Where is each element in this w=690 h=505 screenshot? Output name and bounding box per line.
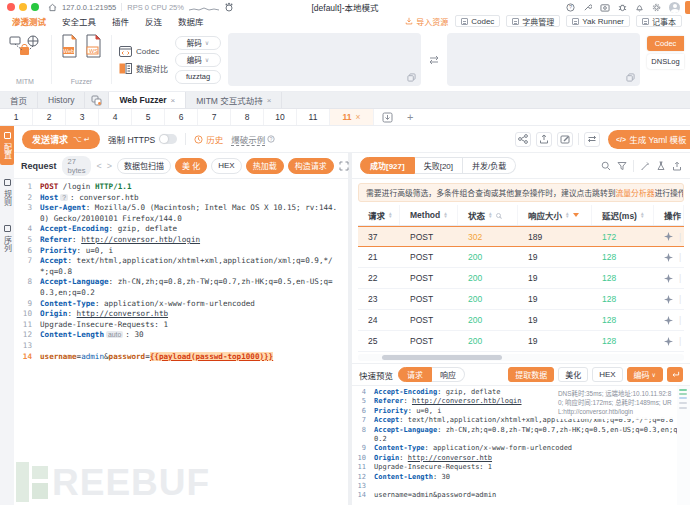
side-tab-规则[interactable]: 规则 <box>0 174 14 211</box>
swap-icon[interactable] <box>428 54 440 66</box>
edit-icon[interactable] <box>557 132 573 147</box>
fuzzer-tab-10[interactable]: 10 <box>264 109 297 125</box>
home-icon[interactable] <box>48 3 57 12</box>
table-row[interactable]: 25POST20019128| <box>358 331 684 352</box>
editor-button-美化[interactable]: 美 化 <box>175 158 207 174</box>
funnel-icon[interactable] <box>573 213 579 217</box>
segment-0[interactable]: 成功[927] <box>360 157 415 174</box>
menubar-button-记事本[interactable]: 记事本 <box>636 15 682 27</box>
tab-web-fuzzer[interactable]: Web Fuzzer× <box>109 92 186 108</box>
copy-icon[interactable] <box>626 73 635 82</box>
fuzzer-tab-1[interactable]: 1 <box>0 109 33 125</box>
maximize-window-button[interactable] <box>31 3 39 11</box>
menu-item-5[interactable]: 数据库 <box>178 15 204 27</box>
table-row[interactable]: 24POST20019128| <box>358 310 684 331</box>
preview-button-编码[interactable]: 编码∨ <box>627 367 663 382</box>
editor-button-热加载[interactable]: 热加载 <box>246 158 284 174</box>
editor-button-数据包扫描[interactable]: 数据包扫描 <box>117 158 171 174</box>
fuzztag-payload[interactable]: {{payload(passwd-top1000)}} <box>150 352 273 361</box>
segment-2[interactable]: 并发/负载 <box>463 157 516 174</box>
preview-tab-响应[interactable]: 响应 <box>432 367 465 382</box>
menu-item-4[interactable]: 反连 <box>145 15 162 27</box>
column-header-4[interactable]: 响应大小▲▼ <box>518 205 592 225</box>
wrench-icon[interactable] <box>583 3 592 12</box>
bell-icon[interactable] <box>635 3 644 12</box>
history-button[interactable]: 历史 <box>194 133 223 145</box>
column-header-2[interactable]: Method▲▼ <box>400 205 458 225</box>
tab-home[interactable]: 首页 <box>0 92 38 108</box>
fullscreen-icon[interactable] <box>339 161 349 171</box>
hscrollbar-thumb[interactable] <box>382 355 502 360</box>
side-tab-序列[interactable]: 序列 <box>0 220 14 257</box>
data-compare-tool[interactable]: 数据对比 <box>119 63 168 74</box>
fuzzer-tab-6[interactable]: 6 <box>165 109 198 125</box>
codec-output-textarea[interactable] <box>447 33 640 86</box>
menubar-button-字典管理[interactable]: 字典管理 <box>506 15 560 27</box>
table-row[interactable]: 21POST20019128| <box>358 247 684 268</box>
close-icon[interactable]: × <box>171 96 176 105</box>
codec-tool[interactable]: Codec <box>119 46 168 57</box>
upload-icon[interactable] <box>672 161 682 171</box>
menu-item-1[interactable]: 渗透测试 <box>12 15 46 27</box>
close-icon[interactable]: × <box>356 112 361 122</box>
column-header-6[interactable]: 操作 <box>654 205 684 225</box>
fuzzer-tab-7[interactable]: 7 <box>198 109 231 125</box>
send-request-button[interactable]: 发送请求⌥ ↵ <box>22 130 100 149</box>
segment-1[interactable]: 失败[20] <box>415 157 463 174</box>
preview-button-提取数据[interactable]: 提取数据 <box>508 367 554 382</box>
side-tab-配置[interactable]: 配置 <box>0 126 14 165</box>
menubar-button-codec[interactable]: Codec <box>455 15 500 27</box>
search-icon[interactable] <box>496 213 501 218</box>
close-icon[interactable]: × <box>267 96 272 105</box>
preview-button-HEX[interactable]: HEX <box>592 367 622 382</box>
editor-button-构造请求[interactable]: 构造请求 <box>288 158 334 174</box>
table-row[interactable]: 37POST302189172| <box>358 226 684 247</box>
table-row[interactable]: 22POST20019128| <box>358 268 684 289</box>
codec-input-textarea[interactable] <box>228 33 421 86</box>
table-row[interactable]: 23POST20019128| <box>358 289 684 310</box>
menubar-button-yak-runner[interactable]: Yak Runner <box>566 15 630 27</box>
fuzzer-tab-8[interactable]: 8 <box>231 109 264 125</box>
close-window-button[interactable] <box>7 3 15 11</box>
extract-icon[interactable] <box>640 161 650 171</box>
menu-item-2[interactable]: 安全工具 <box>62 15 96 27</box>
next-icon[interactable]: > <box>107 161 112 171</box>
fuzzer-tab-active[interactable]: 11× <box>330 109 374 125</box>
request-editor[interactable]: 1POST /login HTTP/1.12Host?: conversor.h… <box>14 179 348 505</box>
fuzztag-button[interactable]: fuzztag <box>175 70 221 84</box>
blasting-example-link[interactable]: 爆破示例 ? <box>231 133 275 145</box>
preview-tab-请求[interactable]: 请求 <box>398 367 432 382</box>
search-icon[interactable] <box>601 161 611 171</box>
tab-history[interactable]: History <box>38 92 85 108</box>
mitm-tool[interactable]: MITM <box>6 33 44 86</box>
filter-icon[interactable] <box>617 161 627 171</box>
swap-panels-icon[interactable] <box>584 132 600 147</box>
sort-icon[interactable]: ▲▼ <box>443 212 448 219</box>
minimize-window-button[interactable] <box>19 3 27 11</box>
editor-button-HEX[interactable]: HEX <box>211 158 241 174</box>
detail-icon[interactable] <box>664 337 673 346</box>
fuzzer-tool[interactable]: Web WS Fuzzer <box>59 33 104 86</box>
edge-notification-badge[interactable] <box>685 1 690 14</box>
tab-codec[interactable]: Codec <box>647 36 684 51</box>
return-button[interactable] <box>667 367 683 382</box>
encode-button[interactable]: 编码∨ <box>175 53 221 67</box>
prev-icon[interactable]: < <box>96 161 101 171</box>
gear-icon[interactable] <box>652 3 661 12</box>
fuzzer-tab-2[interactable]: 2 <box>33 109 66 125</box>
screenshot-icon[interactable] <box>600 3 610 12</box>
tab-dnslog[interactable]: DNSLog <box>647 54 684 69</box>
save-fuzzer-tabs-icon[interactable] <box>374 109 401 125</box>
sort-icon[interactable]: ▲▼ <box>565 212 570 219</box>
help-icon[interactable]: ? <box>566 3 575 12</box>
column-header-1[interactable]: 请求▲▼ <box>358 205 400 225</box>
traffic-analyzer-link[interactable]: 流量分析器 <box>616 189 655 198</box>
column-header-3[interactable]: 状态▲▼ <box>458 205 518 225</box>
bug-icon[interactable] <box>618 3 627 12</box>
add-fuzzer-tab-button[interactable]: + <box>401 109 419 125</box>
detail-icon[interactable] <box>664 316 673 325</box>
fuzzer-tab-11[interactable]: 11 <box>297 109 330 125</box>
analyze-icon[interactable] <box>656 161 666 171</box>
detail-icon[interactable] <box>664 253 673 262</box>
copy-icon[interactable] <box>407 73 416 82</box>
